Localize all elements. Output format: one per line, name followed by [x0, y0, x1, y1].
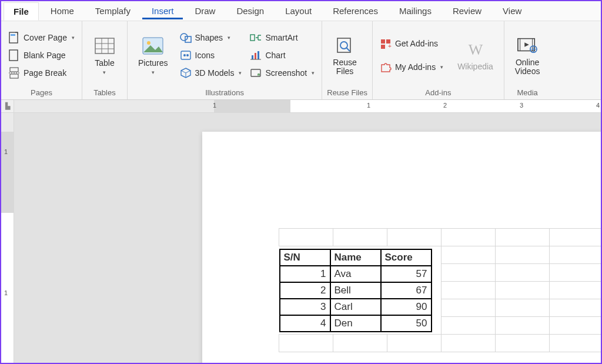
my-addins-button[interactable]: My Add-ins ▾	[377, 59, 446, 75]
tab-review[interactable]: Review	[443, 2, 491, 19]
tab-draw[interactable]: Draw	[185, 2, 225, 19]
group-tables: Table ▾ Tables	[82, 21, 128, 99]
table-header-row: S/N Name Score	[280, 249, 432, 266]
cell-score: 90	[381, 299, 432, 315]
tab-layout[interactable]: Layout	[276, 2, 321, 19]
online-videos-label: Online Videos	[515, 58, 540, 76]
table-row[interactable]: 2 Bell 67	[280, 282, 432, 299]
svg-rect-31	[381, 45, 385, 49]
pictures-icon	[142, 35, 163, 56]
wikipedia-button[interactable]: W Wikipedia	[452, 24, 499, 87]
svg-rect-0	[9, 32, 18, 43]
group-pages: Cover Page ▾ Blank Page Page Break Page	[1, 21, 82, 99]
svg-rect-4	[10, 74, 18, 78]
reuse-files-icon	[335, 35, 356, 56]
cell-score: 67	[381, 282, 432, 299]
svg-rect-6	[95, 38, 114, 54]
page-break-icon	[8, 67, 20, 79]
ruler-horizontal[interactable]: 1 1 2 3 4	[14, 100, 601, 112]
page: S/N Name Score 1 Ava 57 2 Be	[202, 132, 601, 363]
shapes-icon	[180, 32, 192, 44]
workspace: 1 1 S/N Name Score	[1, 113, 601, 363]
ruler-h-tick: 2	[443, 102, 447, 109]
cell-name: Carl	[330, 299, 381, 315]
header-score: Score	[381, 249, 432, 266]
document-canvas[interactable]: S/N Name Score 1 Ava 57 2 Be	[14, 113, 601, 363]
ruler-h-tick: 1	[213, 102, 216, 109]
icons-button[interactable]: Icons	[178, 48, 245, 63]
icons-icon	[180, 49, 192, 61]
tab-templafy[interactable]: Templafy	[86, 2, 140, 19]
cell-name: Bell	[330, 282, 381, 299]
cell-sn: 3	[280, 299, 330, 315]
svg-text:W: W	[468, 42, 483, 57]
smartart-button[interactable]: SmartArt	[248, 30, 317, 45]
header-sn: S/N	[280, 249, 330, 266]
blank-page-label: Blank Page	[24, 51, 66, 60]
ruler-vertical[interactable]: 1 1	[1, 113, 14, 363]
table-row[interactable]: 4 Den 50	[280, 315, 432, 332]
group-label-pages: Pages	[6, 87, 77, 98]
tab-design[interactable]: Design	[227, 2, 273, 19]
ruler-h-tick: 3	[520, 102, 523, 109]
online-videos-button[interactable]: Online Videos	[509, 24, 546, 87]
group-label-reuse: Reuse Files	[327, 87, 367, 98]
cover-page-button[interactable]: Cover Page ▾	[6, 30, 77, 45]
blank-page-icon	[8, 49, 20, 61]
svg-rect-3	[10, 68, 18, 72]
table-button[interactable]: Table ▾	[87, 24, 122, 87]
svg-rect-29	[381, 39, 385, 44]
cover-page-icon	[8, 32, 20, 44]
chevron-down-icon: ▾	[72, 35, 75, 41]
svg-rect-1	[11, 34, 15, 36]
embedded-object[interactable]: S/N Name Score 1 Ava 57 2 Be	[279, 228, 601, 352]
ruler-v-tick: 1	[4, 289, 8, 296]
smartart-icon	[250, 32, 262, 44]
screenshot-button[interactable]: + Screenshot ▾	[248, 65, 317, 81]
tab-home[interactable]: Home	[41, 2, 83, 19]
screenshot-icon: +	[250, 67, 262, 79]
tab-view[interactable]: View	[493, 2, 531, 19]
cell-name: Ava	[330, 266, 381, 282]
cube-icon	[180, 67, 192, 79]
puzzle-icon	[380, 61, 392, 73]
table-row[interactable]: 3 Carl 90	[280, 299, 432, 315]
cell-name: Den	[330, 315, 381, 332]
shapes-button[interactable]: Shapes ▾	[178, 30, 245, 45]
ribbon: Cover Page ▾ Blank Page Page Break Page	[1, 21, 601, 100]
tab-insert[interactable]: Insert	[142, 2, 183, 19]
chevron-down-icon: ▾	[228, 35, 230, 41]
group-label-tables: Tables	[87, 87, 122, 98]
tab-references[interactable]: References	[323, 2, 387, 19]
table-row[interactable]: 1 Ava 57	[280, 266, 432, 282]
group-media: Online Videos Media	[504, 21, 551, 99]
group-label-media: Media	[509, 87, 546, 98]
data-table[interactable]: S/N Name Score 1 Ava 57 2 Be	[279, 249, 432, 332]
group-reuse-files: Reuse Files Reuse Files	[322, 21, 373, 99]
reuse-files-button[interactable]: Reuse Files	[327, 24, 362, 87]
ribbon-tabs: File Home Templafy Insert Draw Design La…	[1, 1, 601, 21]
ruler-h-tick: 4	[596, 102, 600, 109]
group-label-addins: Add-ins	[377, 87, 499, 98]
ruler-h-tick: 1	[367, 102, 370, 109]
svg-point-17	[186, 54, 189, 56]
svg-point-12	[147, 41, 150, 45]
ruler-corner[interactable]: ▙	[1, 100, 14, 112]
pictures-button[interactable]: Pictures ▾	[132, 24, 174, 87]
3d-models-button[interactable]: 3D Models ▾	[178, 65, 245, 81]
page-break-button[interactable]: Page Break	[6, 65, 77, 81]
reuse-files-label: Reuse Files	[333, 58, 356, 76]
tab-file[interactable]: File	[4, 2, 39, 21]
svg-point-16	[183, 54, 186, 56]
svg-marker-37	[524, 42, 529, 47]
page-break-label: Page Break	[24, 68, 66, 78]
chart-button[interactable]: Chart	[248, 48, 317, 63]
get-addins-button[interactable]: + Get Add-ins	[377, 36, 446, 51]
svg-line-28	[346, 48, 350, 51]
video-icon	[517, 35, 538, 56]
tab-mailings[interactable]: Mailings	[390, 2, 441, 19]
svg-rect-21	[257, 51, 259, 59]
wikipedia-icon: W	[465, 39, 486, 60]
blank-page-button[interactable]: Blank Page	[6, 48, 77, 63]
svg-rect-19	[252, 55, 253, 59]
